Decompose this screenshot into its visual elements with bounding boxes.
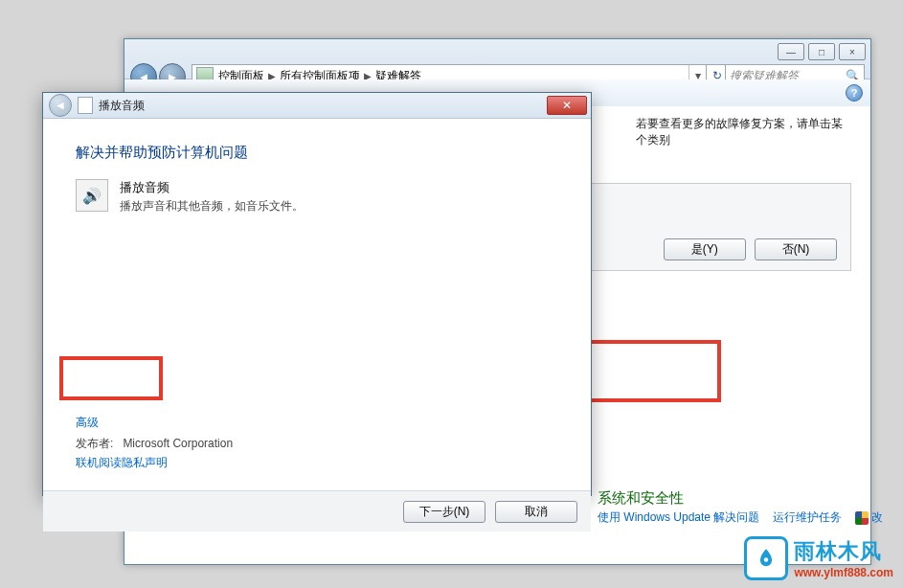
category-sublink-update[interactable]: 使用 Windows Update 解决问题 [598, 509, 759, 526]
dialog-titlebar: ◄ 播放音频 ✕ [43, 93, 591, 119]
item-title: 播放音频 [120, 179, 304, 196]
no-button[interactable]: 否(N) [755, 238, 837, 260]
item-description: 播放声音和其他音频，如音乐文件。 [120, 198, 304, 215]
dialog-footer: 下一步(N) 取消 [43, 490, 591, 531]
publisher-value: Microsoft Corporation [123, 437, 233, 450]
page-icon [78, 97, 93, 114]
category-sublink-more[interactable]: 改 [855, 509, 883, 526]
next-button[interactable]: 下一步(N) [403, 501, 485, 523]
minimize-button[interactable]: — [778, 43, 804, 60]
advanced-link[interactable]: 高级 [76, 415, 99, 431]
watermark: 雨林木风 www.ylmf888.com [744, 536, 893, 580]
window-titlebar: — □ × ◄ ► 控制面板 ▶ 所有控制面板项 ▶ 疑难解答 ▾ ↻ 搜索疑难… [124, 39, 870, 79]
cancel-button[interactable]: 取消 [495, 501, 577, 523]
maximize-button[interactable]: □ [808, 43, 835, 60]
dialog-title: 播放音频 [99, 98, 145, 114]
help-icon[interactable]: ? [846, 84, 863, 102]
category-system-security: 系统和安全性 使用 Windows Update 解决问题 运行维护任务 改 [550, 489, 903, 526]
privacy-link[interactable]: 联机阅读隐私声明 [76, 455, 168, 471]
svg-point-4 [764, 557, 769, 562]
dialog-close-button[interactable]: ✕ [547, 96, 587, 115]
close-button[interactable]: × [839, 43, 866, 60]
watermark-logo-icon [744, 536, 788, 580]
dialog-back-button[interactable]: ◄ [49, 94, 72, 117]
publisher-label: 发布者: [76, 437, 113, 450]
category-sublink-maintenance[interactable]: 运行维护任务 [773, 509, 842, 526]
publisher-line: 发布者: Microsoft Corporation [76, 436, 233, 452]
category-title[interactable]: 系统和安全性 [598, 489, 883, 508]
dialog-heading: 解决并帮助预防计算机问题 [76, 144, 558, 162]
intro-text: 若要查看更多的故障修复方案，请单击某个类别 [636, 116, 851, 148]
play-audio-troubleshooter-dialog: ◄ 播放音频 ✕ 解决并帮助预防计算机问题 🔊 播放音频 播放声音和其他音频，如… [42, 92, 592, 496]
watermark-text: 雨林木风 [794, 537, 893, 566]
speaker-icon: 🔊 [76, 179, 108, 212]
troubleshooter-item[interactable]: 🔊 播放音频 播放声音和其他音频，如音乐文件。 [76, 179, 558, 215]
watermark-url: www.ylmf888.com [794, 566, 893, 579]
yes-button[interactable]: 是(Y) [664, 238, 746, 260]
shield-icon [855, 511, 869, 525]
